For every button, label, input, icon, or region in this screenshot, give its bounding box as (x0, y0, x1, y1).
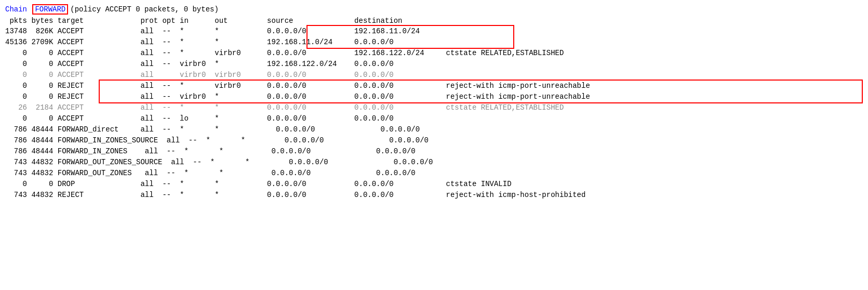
table-row: 0 0 ACCEPT all -- virbr0 * 192.168.122.0… (5, 59, 863, 70)
table-row: 0 0 ACCEPT all virbr0 virbr0 0.0.0.0/0 0… (5, 70, 863, 81)
chain-label: Chain (5, 5, 27, 14)
table-row: 13748 826K ACCEPT all -- * * 0.0.0.0/0 1… (5, 26, 863, 37)
space1 (28, 5, 32, 14)
table-row: 0 0 ACCEPT all -- * virbr0 0.0.0.0/0 192… (5, 48, 863, 59)
table-row: 0 0 REJECT all -- * virbr0 0.0.0.0/0 0.0… (5, 81, 863, 91)
table-area: 13748 826K ACCEPT all -- * * 0.0.0.0/0 1… (5, 26, 863, 201)
table-row: 45136 2709K ACCEPT all -- * * 192.168.11… (5, 37, 863, 48)
table-row: 0 0 ACCEPT all -- lo * 0.0.0.0/0 0.0.0.0… (5, 113, 863, 124)
table-row: 743 44832 FORWARD_OUT_ZONES_SOURCE all -… (5, 157, 863, 168)
table-row: 0 0 DROP all -- * * 0.0.0.0/0 0.0.0.0/0 … (5, 179, 863, 190)
forward-box-label: FORWARD (32, 4, 68, 15)
table-row: 743 44832 FORWARD_OUT_ZONES all -- * * 0… (5, 168, 863, 179)
table-row: 786 48444 FORWARD_IN_ZONES_SOURCE all --… (5, 135, 863, 146)
table-row: 743 44832 REJECT all -- * * 0.0.0.0/0 0.… (5, 190, 863, 201)
table-row: 26 2184 ACCEPT all -- * * 0.0.0.0/0 0.0.… (5, 102, 863, 113)
table-row: 786 48444 FORWARD_IN_ZONES all -- * * 0.… (5, 146, 863, 157)
policy-text: (policy ACCEPT 0 packets, 0 bytes) (70, 5, 219, 14)
chain-forward-header: Chain FORWARD (policy ACCEPT 0 packets, … (5, 4, 863, 15)
table-row: 0 0 REJECT all -- virbr0 * 0.0.0.0/0 0.0… (5, 91, 863, 102)
table-row: 786 48444 FORWARD_direct all -- * * 0.0.… (5, 124, 863, 135)
column-headers: pkts bytes target prot opt in out source… (5, 17, 863, 25)
